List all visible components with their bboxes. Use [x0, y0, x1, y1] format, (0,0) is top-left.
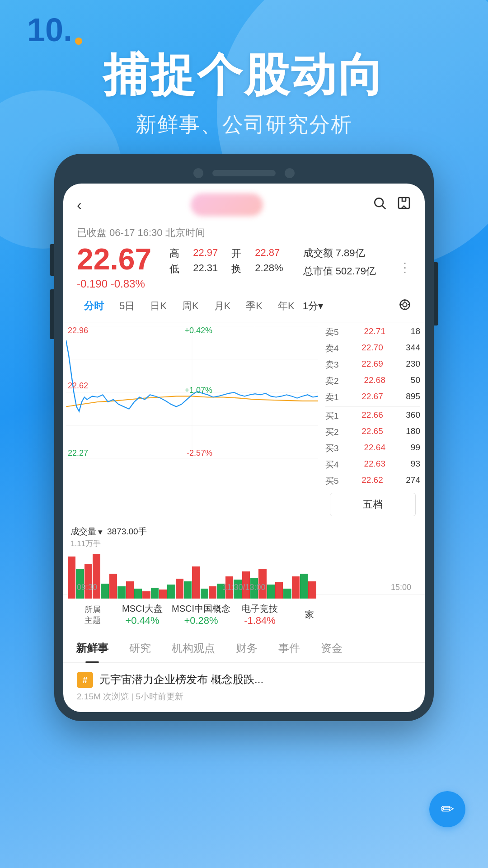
market-info: 成交额 7.89亿 总市值 502.79亿 — [303, 244, 376, 280]
stock-price: 22.67 — [77, 244, 151, 274]
dropdown-arrow-icon: ▾ — [98, 527, 103, 537]
news-item[interactable]: # 元宇宙潜力企业榜发布 概念股跌... 2.15M 次浏览 | 5小时前更新 — [63, 663, 425, 712]
orderbook: 卖5 22.71 18 卖4 22.70 344 卖3 22.69 230 — [321, 322, 425, 522]
volume-dropdown[interactable]: 成交量 ▾ — [70, 526, 103, 538]
tab-fenshi[interactable]: 分时 — [77, 297, 111, 316]
theme-pct-1: +0.44% — [125, 615, 159, 627]
ob-buy1: 买1 22.66 360 — [325, 408, 420, 424]
phone-top-bar — [63, 163, 425, 184]
ob-sell4: 卖4 22.70 344 — [325, 340, 420, 357]
theme-name-2: MSCI中国概念 — [172, 603, 230, 615]
more-options-icon[interactable]: ⋮ — [399, 260, 411, 275]
tab-events[interactable]: 事件 — [275, 635, 304, 662]
market-cap-info: 总市值 502.79亿 — [303, 262, 376, 280]
share-icon[interactable] — [397, 196, 411, 214]
phone-mockup: ‹ — [54, 154, 434, 721]
ob-sell1: 卖1 22.67 895 — [325, 389, 420, 406]
tab-research[interactable]: 研究 — [126, 635, 155, 662]
tab-yeark[interactable]: 年K — [271, 297, 302, 316]
chart-main-area: 22.96 22.62 22.27 +0.42% +1.07% -2.57% — [63, 322, 425, 522]
fab-button[interactable]: ✏ — [429, 791, 465, 827]
chart-low-price: 22.27 — [68, 448, 88, 458]
svg-point-5 — [403, 302, 407, 307]
chart-mid-pct: +1.07% — [184, 386, 212, 395]
vol-bar — [184, 581, 192, 599]
high-label: 高 — [169, 247, 179, 260]
theme-label: 所属 主题 — [84, 604, 101, 626]
orderbook-spacer — [321, 522, 425, 581]
tab-weekk[interactable]: 周K — [175, 297, 206, 316]
volume-value: 3873.00手 — [107, 526, 147, 538]
volume-info: 成交额 7.89亿 — [303, 244, 376, 262]
brand-area: 10. — [27, 14, 82, 46]
back-button[interactable]: ‹ — [77, 197, 82, 213]
time-end: 15:00 — [391, 583, 411, 592]
price-chart: 22.96 22.62 22.27 +0.42% +1.07% -2.57% — [63, 322, 321, 462]
chart-target-icon[interactable] — [399, 298, 411, 314]
volume-header: 成交量 ▾ 3873.00手 — [66, 524, 318, 538]
search-icon[interactable] — [372, 196, 387, 214]
app-header: ‹ — [63, 184, 425, 226]
theme-pct-2: +0.28% — [184, 615, 218, 627]
theme-name-3: 电子竞技 — [242, 603, 278, 615]
vol-bar — [275, 582, 283, 599]
vol-bar — [68, 557, 75, 599]
news-meta: 2.15M 次浏览 | 5小时前更新 — [77, 691, 411, 703]
tab-capital[interactable]: 资金 — [317, 635, 346, 662]
tab-seasonk[interactable]: 季K — [239, 297, 270, 316]
ob-buy5: 买5 22.62 274 — [325, 473, 420, 489]
ob-sell5: 卖5 22.71 18 — [325, 324, 420, 340]
hero-section: 捕捉个股动向 新鲜事、公司研究分析 — [0, 45, 488, 139]
header-logo — [191, 193, 263, 216]
vol-bar — [134, 589, 142, 599]
content-tabs: 新鲜事 研究 机构观点 财务 事件 资金 — [63, 635, 425, 663]
theme-name-1: MSCI大盘 — [122, 603, 163, 615]
header-title — [82, 193, 372, 216]
volume-section: 成交量 ▾ 3873.00手 1.11万手 — [63, 522, 425, 581]
five-levels-button[interactable]: 五档 — [330, 493, 416, 516]
ob-buy4: 买4 22.63 93 — [325, 457, 420, 473]
ob-divider — [325, 406, 420, 407]
brand-number: 10. — [27, 14, 72, 46]
vol-bar — [308, 581, 316, 599]
tab-institution[interactable]: 机构观点 — [168, 635, 219, 662]
ob-sell3: 卖3 22.69 230 — [325, 357, 420, 373]
high-open-row: 高 22.97 开 22.87 — [169, 247, 283, 260]
vol-bar — [109, 574, 117, 599]
vol-bar — [209, 586, 216, 599]
stock-change: -0.190 -0.83% — [77, 278, 151, 290]
phone-camera — [193, 168, 203, 178]
hero-subtitle: 新鲜事、公司研究分析 — [0, 111, 488, 139]
news-tag-icon: # — [77, 672, 93, 688]
header-icons — [372, 196, 411, 214]
tab-finance[interactable]: 财务 — [232, 635, 261, 662]
tab-5day[interactable]: 5日 — [112, 297, 142, 316]
vol-bar — [283, 589, 291, 599]
chart-high-pct: +0.42% — [184, 326, 212, 335]
vol-bar — [117, 586, 125, 599]
side-btn-2 — [50, 289, 54, 339]
vol-bar — [201, 589, 208, 599]
side-btn-1 — [50, 244, 54, 276]
theme-msci-china[interactable]: MSCI中国概念 +0.28% — [172, 603, 230, 627]
theme-esports[interactable]: 电子竞技 -1.84% — [239, 603, 280, 627]
phone-speaker — [212, 170, 276, 176]
news-title-row: # 元宇宙潜力企业榜发布 概念股跌... — [77, 672, 411, 688]
theme-msci-large[interactable]: MSCI大盘 +0.44% — [122, 603, 163, 627]
svg-point-0 — [375, 198, 383, 207]
vol-bar — [101, 584, 108, 599]
time-mid: 11:30/13:00 — [222, 583, 265, 592]
open-value: 22.87 — [255, 247, 280, 260]
theme-more[interactable]: 家 — [289, 609, 330, 621]
phone-frame: ‹ — [54, 154, 434, 721]
open-label: 开 — [231, 247, 241, 260]
volume-sub: 1.11万手 — [66, 538, 318, 549]
tab-monthk[interactable]: 月K — [207, 297, 238, 316]
low-turnover-row: 低 22.31 换 2.28% — [169, 262, 283, 276]
theme-pct-3: -1.84% — [244, 615, 276, 627]
tab-dayk[interactable]: 日K — [143, 297, 174, 316]
price-details: 高 22.97 开 22.87 低 22.31 换 2.28% — [169, 247, 283, 276]
tab-1min-dropdown[interactable]: 1分▾ — [303, 299, 323, 313]
news-title: 元宇宙潜力企业榜发布 概念股跌... — [99, 673, 263, 685]
tab-news[interactable]: 新鲜事 — [72, 635, 112, 662]
